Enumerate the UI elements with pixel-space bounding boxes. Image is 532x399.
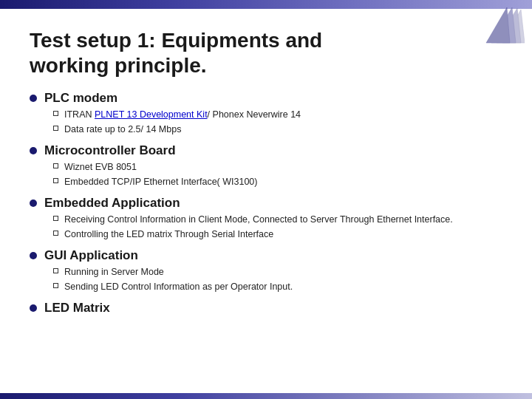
plnet-link: PLNET 13 Development Kit — [95, 109, 208, 120]
section-led-header: LED Matrix — [30, 301, 510, 316]
bullet-microcontroller — [30, 147, 37, 154]
sub-item-text: Data rate up to 2.5/ 14 Mbps — [64, 123, 510, 137]
section-plc: PLC modem ITRAN PLNET 13 Development Kit… — [30, 91, 510, 136]
top-bar-decoration — [0, 0, 532, 9]
sub-item-text: Wiznet EVB 8051 — [64, 161, 510, 174]
section-led-title: LED Matrix — [44, 301, 110, 316]
title-line-2: working principle. — [30, 54, 207, 77]
sub-bullet — [53, 111, 58, 116]
list-item: Receiving Control Information in Client … — [53, 214, 510, 227]
list-item: Sending LED Control Information as per O… — [53, 281, 510, 294]
section-embedded-header: Embedded Application — [30, 196, 510, 211]
sub-item-text: Controlling the LED matrix Through Seria… — [64, 228, 510, 242]
slide-title: Test setup 1: Equipments and working pri… — [30, 28, 510, 78]
sub-bullet — [53, 126, 58, 131]
sub-item-text: Embedded TCP/IP Ethernet Interface( WI31… — [64, 176, 510, 189]
sub-bullet — [53, 283, 58, 288]
sub-bullet — [53, 216, 58, 221]
sub-bullet — [53, 163, 58, 168]
title-line-1: Test setup 1: Equipments and — [30, 29, 322, 52]
sub-bullet — [53, 231, 58, 236]
section-embedded: Embedded Application Receiving Control I… — [30, 196, 510, 241]
section-gui-title: GUI Application — [44, 248, 138, 263]
section-microcontroller: Microcontroller Board Wiznet EVB 8051 Em… — [30, 143, 510, 188]
bottom-bar-decoration — [0, 393, 532, 399]
title-section: Test setup 1: Equipments and working pri… — [22, 28, 510, 78]
sub-item-text: ITRAN PLNET 13 Development Kit/ Phonex N… — [64, 109, 510, 122]
content-area: PLC modem ITRAN PLNET 13 Development Kit… — [22, 91, 510, 316]
list-item: Controlling the LED matrix Through Seria… — [53, 228, 510, 242]
bullet-gui — [30, 252, 37, 259]
section-embedded-title: Embedded Application — [44, 196, 180, 211]
section-microcontroller-items: Wiznet EVB 8051 Embedded TCP/IP Ethernet… — [30, 161, 510, 188]
sub-item-text: Receiving Control Information in Client … — [64, 214, 510, 227]
slide: Test setup 1: Equipments and working pri… — [0, 0, 532, 399]
section-embedded-items: Receiving Control Information in Client … — [30, 214, 510, 241]
bullet-embedded — [30, 200, 37, 207]
section-gui: GUI Application Running in Server Mode S… — [30, 248, 510, 293]
section-plc-title: PLC modem — [44, 91, 117, 106]
bullet-plc — [30, 95, 37, 102]
section-gui-header: GUI Application — [30, 248, 510, 263]
section-plc-items: ITRAN PLNET 13 Development Kit/ Phonex N… — [30, 109, 510, 136]
list-item: ITRAN PLNET 13 Development Kit/ Phonex N… — [53, 109, 510, 122]
section-microcontroller-header: Microcontroller Board — [30, 143, 510, 158]
bullet-led — [30, 304, 37, 312]
sub-bullet — [53, 178, 58, 183]
section-microcontroller-title: Microcontroller Board — [44, 143, 176, 158]
corner-decoration — [480, 6, 525, 47]
sub-item-text: Sending LED Control Information as per O… — [64, 281, 510, 294]
list-item: Embedded TCP/IP Ethernet Interface( WI31… — [53, 176, 510, 189]
section-plc-header: PLC modem — [30, 91, 510, 106]
list-item: Wiznet EVB 8051 — [53, 161, 510, 174]
sub-item-text: Running in Server Mode — [64, 266, 510, 279]
list-item: Data rate up to 2.5/ 14 Mbps — [53, 123, 510, 137]
sub-bullet — [53, 268, 58, 273]
section-led: LED Matrix — [30, 301, 510, 316]
list-item: Running in Server Mode — [53, 266, 510, 279]
section-gui-items: Running in Server Mode Sending LED Contr… — [30, 266, 510, 293]
